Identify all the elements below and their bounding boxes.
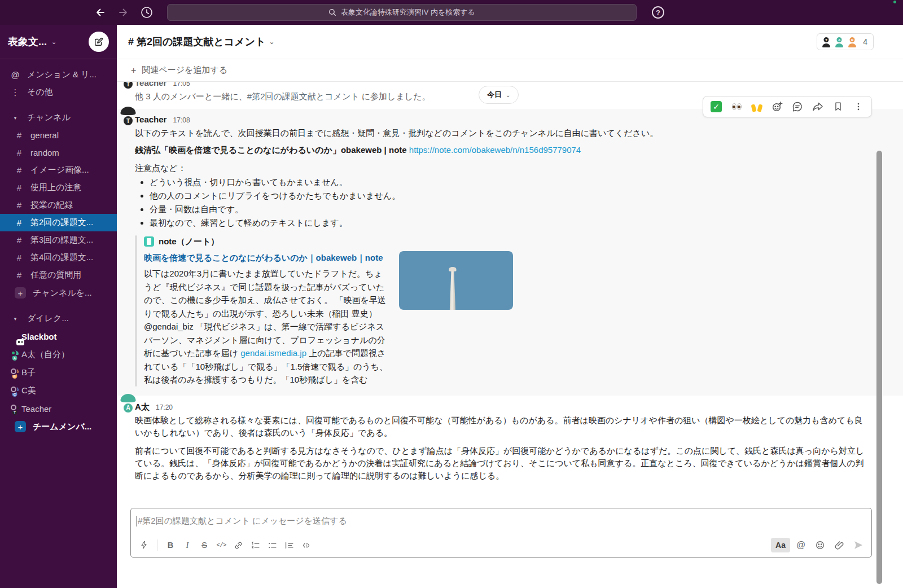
paperclip-icon	[834, 540, 844, 550]
share-arrow-icon	[812, 101, 823, 112]
attach-file-button[interactable]	[831, 537, 848, 554]
arrow-left-icon	[95, 7, 106, 18]
sidebar-item-more[interactable]: ⋮ その他	[0, 84, 117, 101]
send-button[interactable]	[850, 537, 867, 554]
author-name[interactable]: Teacher	[135, 115, 166, 124]
quick-reaction-check-button[interactable]: ✓	[707, 98, 726, 115]
mention-button[interactable]: @	[792, 537, 809, 554]
sidebar-dm-cmi[interactable]: C C美	[0, 381, 117, 400]
lightning-icon	[139, 541, 148, 550]
thread-icon	[792, 101, 803, 112]
presence-offline-dot	[11, 368, 16, 374]
sidebar-dm-teacher[interactable]: T Teacher	[0, 400, 117, 418]
bulleted-list-button[interactable]	[264, 537, 280, 554]
dms-section-header[interactable]: ▾ ダイレク...	[0, 310, 117, 327]
timestamp[interactable]: 17:05	[173, 82, 190, 87]
unfurl-description: 以下は2020年3月に書いたまま放置していたドラフトだ。ちょうど『現代ビジネス』…	[144, 267, 391, 387]
reading-headline: 銭清弘「映画を倍速で見ることのなにがわるいのか」obakeweb | note …	[135, 144, 867, 156]
workspace-header[interactable]: 表象文... ⌄	[0, 25, 117, 59]
hash-icon: #	[15, 165, 24, 175]
author-name[interactable]: A太	[135, 402, 150, 411]
sidebar-channel-class-records[interactable]: # 授業の記録	[0, 196, 117, 214]
sidebar-dm-slackbot[interactable]: Slackbot	[0, 327, 117, 345]
sidebar-channel-session2-selected[interactable]: # 第2回の課題文...	[0, 214, 117, 231]
sidebar-channel-questions[interactable]: # 任意の質問用	[0, 266, 117, 284]
sidebar-channel-usage-notes[interactable]: # 使用上の注意	[0, 179, 117, 196]
channel-mention-link[interactable]: #第2回の課題文献とコメント	[247, 91, 360, 101]
presence-offline-dot	[11, 387, 16, 392]
timestamp[interactable]: 17:08	[173, 116, 190, 124]
sidebar-channel-general[interactable]: # general	[0, 126, 117, 144]
share-message-button[interactable]	[808, 98, 827, 115]
more-actions-button[interactable]	[849, 98, 868, 115]
sidebar-channel-random[interactable]: # random	[0, 144, 117, 161]
gendai-url-link[interactable]: gendai.ismedia.jp	[240, 348, 306, 358]
hash-icon: #	[15, 253, 24, 262]
channel-header: # 第2回の課題文献とコメント ⌄ T A B 4	[117, 25, 903, 59]
help-button[interactable]: ?	[650, 5, 666, 20]
hash-icon: #	[15, 200, 24, 210]
history-back-button[interactable]	[93, 5, 108, 20]
history-forward-button[interactable]	[115, 5, 131, 20]
unfurl-site-row: note（ノート）	[144, 235, 391, 248]
member-avatar: A	[834, 36, 845, 47]
quick-reaction-eyes-button[interactable]	[727, 98, 746, 115]
code-block-button[interactable]	[297, 537, 314, 554]
member-count: 4	[863, 37, 867, 46]
hash-icon: #	[15, 218, 24, 227]
note-article-url-link[interactable]: https://note.com/obakeweb/n/n156d9577907…	[409, 145, 581, 155]
save-message-button[interactable]	[829, 98, 848, 115]
plus-icon: +	[15, 287, 26, 299]
check-mark-emoji-icon: ✓	[711, 101, 722, 112]
sidebar-channel-session4[interactable]: # 第4回の課題文...	[0, 249, 117, 266]
sidebar-channel-session3[interactable]: # 第3回の課題文...	[0, 231, 117, 249]
emoji-picker-button[interactable]	[812, 537, 829, 554]
message-list: 今日 ⌄ T Teacher 17:05 他 3 人のメンバーと一緒に、#第2回…	[117, 82, 903, 509]
message-input[interactable]: #第2回の課題文献とコメント にメッセージを送信する	[131, 508, 871, 533]
channels-section-header[interactable]: ▾ チャンネル	[0, 109, 117, 126]
bold-button[interactable]: B	[162, 537, 179, 554]
sidebar-dm-self[interactable]: A A太（自分）	[0, 345, 117, 363]
add-reaction-button[interactable]	[768, 98, 787, 115]
quick-reaction-hands-button[interactable]	[747, 98, 766, 115]
message-composer: #第2回の課題文献とコメント にメッセージを送信する B I S </>	[130, 508, 872, 558]
invite-members-button[interactable]: + チームメンバ...	[0, 418, 117, 436]
formatting-toggle-button[interactable]: Aa	[771, 538, 790, 552]
add-channel-button[interactable]: + チャンネルを...	[0, 284, 117, 302]
sidebar-item-mentions[interactable]: @ メンション & リ...	[0, 66, 117, 84]
strikethrough-button[interactable]: S	[196, 537, 213, 554]
vertical-dots-icon: ⋮	[9, 87, 21, 98]
italic-button[interactable]: I	[179, 537, 196, 554]
channel-title-button[interactable]: # 第2回の課題文献とコメント ⌄	[128, 35, 275, 49]
search-input[interactable]: 表象文化論特殊研究演習IV 内を検索する	[167, 4, 637, 21]
reply-in-thread-button[interactable]	[788, 98, 807, 115]
timestamp[interactable]: 17:20	[156, 403, 173, 411]
history-menu-button[interactable]	[139, 5, 155, 20]
vertical-dots-icon	[853, 102, 863, 112]
message-text: 以下のテキストを読んで、次回授業日の前日までに感想・疑問・意見・批判などのコメン…	[135, 127, 867, 139]
code-block-icon	[301, 541, 311, 550]
unfurl-thumbnail-image[interactable]	[399, 251, 513, 310]
compose-button[interactable]	[89, 32, 109, 52]
sidebar-dm-bko[interactable]: B B子	[0, 363, 117, 381]
blockquote-button[interactable]	[280, 537, 297, 554]
date-divider-pill[interactable]: 今日 ⌄	[479, 86, 519, 104]
link-button[interactable]	[230, 537, 247, 554]
add-related-pages-button[interactable]: + 関連ページを追加する	[117, 59, 903, 82]
sidebar-channel-image[interactable]: # イメージ画像...	[0, 161, 117, 179]
message-paragraph: 前者について回復不可能であると判断する見方はなさそうなので、ひとまず論点は「身体…	[135, 445, 867, 482]
vertical-scrollbar[interactable]	[876, 151, 882, 584]
bullet-item: 他の人のコメントにリプライをつけるかたちでもかまいません。	[135, 189, 867, 203]
bookmark-icon	[833, 102, 843, 112]
bullet-item: 最初なので、練習として軽めのテキストにします。	[135, 216, 867, 230]
chevron-down-icon: ⌄	[506, 92, 510, 98]
ordered-list-button[interactable]	[247, 537, 264, 554]
shortcuts-button[interactable]	[135, 537, 152, 554]
inline-code-button[interactable]: </>	[213, 537, 230, 554]
bulleted-list-icon	[268, 541, 277, 550]
ordered-list-icon	[251, 541, 260, 550]
unfurl-title-link[interactable]: 映画を倍速で見ることのなにがわるいのか｜obakeweb｜note	[144, 251, 391, 265]
channel-title: # 第2回の課題文献とコメント	[128, 35, 266, 49]
author-name[interactable]: Teacher	[135, 82, 166, 87]
channel-members-button[interactable]: T A B 4	[817, 33, 874, 50]
